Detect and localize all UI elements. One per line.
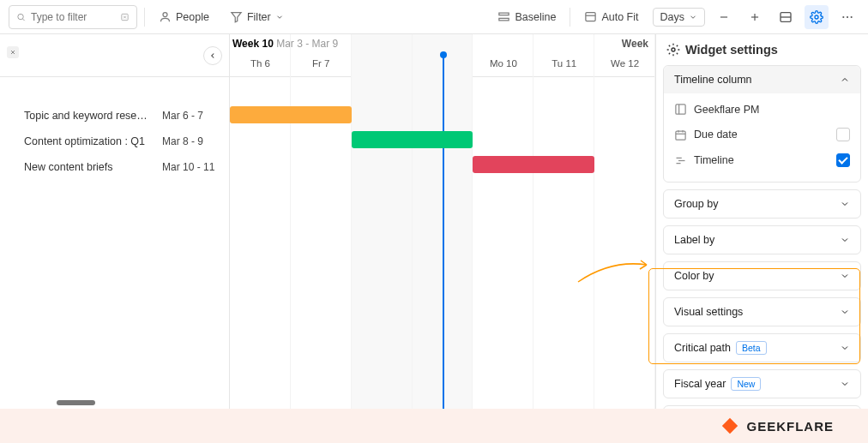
timeline-panel[interactable]: Week 10 Mar 3 - Mar 9 Week Th 6Fr 7Sa 8S… [230,34,655,409]
svg-point-5 [163,13,167,17]
today-line [443,53,444,409]
option-timeline[interactable]: Timeline [674,147,850,173]
timeline-icon [674,154,687,167]
day-header-row: Th 6Fr 7Sa 8Su 9Mo 10Tu 11We 12 [230,51,655,76]
autofit-button[interactable]: Auto Fit [577,7,645,27]
section-title: Critical pathBeta [674,342,767,354]
svg-point-18 [847,15,848,17]
filter-button[interactable]: Filter [223,7,291,27]
section: Visual settings [663,297,861,326]
checkbox-timeline[interactable] [836,153,850,167]
gantt-bars [230,77,655,103]
section: Critical pathBeta [663,333,861,362]
settings-button[interactable] [805,5,829,29]
chevron-down-icon [840,199,850,209]
option-due-date[interactable]: Due date [674,122,850,147]
section-timeline-column: Timeline column Geekflare PM Due date Ti… [663,65,861,183]
checkbox-due-date[interactable] [836,128,850,141]
collapse-chip[interactable] [7,46,19,58]
section: Group by [663,189,861,219]
person-icon [159,10,172,23]
section-title: Label by [674,234,714,246]
section-header[interactable]: Fiscal yearNew [664,370,860,398]
more-button[interactable] [835,5,859,29]
clear-icon[interactable] [120,11,130,23]
search-input[interactable] [31,11,117,23]
svg-point-17 [842,15,844,17]
week-label: Week 10 Mar 3 - Mar 9 [232,38,338,50]
filter-icon [230,10,243,23]
filter-search-box[interactable] [9,5,137,29]
task-name: New content briefs [24,161,162,173]
autofit-label: Auto Fit [601,11,638,23]
day-header: Tu 11 [533,51,594,76]
task-row[interactable]: New content briefsMar 10 - 11 [0,154,229,180]
task-name: Content optimization : Q1 [24,135,162,147]
chevron-up-icon [840,75,850,85]
interval-label: Days [660,11,684,23]
day-header: Sa 8 [352,51,413,76]
horizontal-scrollbar[interactable] [57,400,95,405]
day-header: Su 9 [413,51,473,76]
task-dates: Mar 8 - 9 [162,135,220,147]
timeline-header: Week 10 Mar 3 - Mar 9 Week Th 6Fr 7Sa 8S… [230,34,655,77]
day-header: Fr 7 [291,51,352,76]
option-label: Due date [694,129,738,141]
main-area: Topic and keyword rese…Mar 6 - 7Content … [0,34,868,409]
gantt-bar[interactable] [230,106,352,123]
gear-icon [810,10,823,24]
section-header[interactable]: Visual settings [664,298,860,326]
task-rows: Topic and keyword rese…Mar 6 - 7Content … [0,77,229,180]
search-icon [16,11,26,23]
gear-icon [666,43,680,57]
baseline-label: Baseline [515,11,556,23]
day-header: Mo 10 [473,51,533,76]
svg-point-19 [851,15,853,17]
divider [144,8,145,27]
zoom-out-button[interactable] [712,5,736,29]
section-header[interactable]: Label by [664,226,860,254]
svg-rect-7 [499,13,509,15]
section-header[interactable]: Critical pathBeta [664,334,860,362]
svg-rect-23 [676,105,685,114]
people-button[interactable]: People [152,7,216,27]
baseline-button[interactable]: Baseline [491,7,563,27]
section-title: Group by [674,198,718,210]
geekflare-logo-icon [720,416,739,435]
task-row[interactable]: Topic and keyword rese…Mar 6 - 7 [0,103,229,129]
layout-button[interactable] [774,5,798,29]
task-dates: Mar 10 - 11 [162,161,220,173]
task-list-panel: Topic and keyword rese…Mar 6 - 7Content … [0,34,230,409]
board-name: Geekflare PM [694,104,759,116]
section-title: Color by [674,270,714,282]
gantt-bar[interactable] [473,156,594,173]
section-header-timeline[interactable]: Timeline column [664,66,860,93]
chevron-down-icon [840,307,850,317]
calendar-icon [674,129,687,141]
svg-line-1 [23,19,25,21]
zoom-in-button[interactable] [743,5,767,29]
interval-dropdown[interactable]: Days [653,8,705,27]
section: Fiscal yearNew [663,369,861,398]
panel-title: Widget settings [663,43,861,57]
task-row[interactable]: Content optimization : Q1Mar 8 - 9 [0,129,229,154]
section: Color by [663,261,861,290]
section-header[interactable]: Group by [664,190,860,218]
gantt-bar[interactable] [352,131,473,148]
section-header[interactable]: Color by [664,262,860,290]
chevron-down-icon [840,343,850,353]
badge: New [731,377,761,391]
footer-brand-bar: GEEKFLARE [0,409,868,443]
chevron-down-icon [275,13,284,21]
today-pill: Su 9 [425,57,461,70]
next-week-label: Week [622,38,648,50]
day-header: Th 6 [230,51,291,76]
svg-rect-25 [676,131,685,140]
chevron-down-icon [840,235,850,245]
svg-point-0 [18,14,23,19]
collapse-left-button[interactable] [203,46,222,65]
section-title: Visual settings [674,306,743,318]
top-toolbar: People Filter Baseline Auto Fit Days [0,0,868,34]
day-header: We 12 [594,51,655,76]
badge: Beta [736,341,767,355]
